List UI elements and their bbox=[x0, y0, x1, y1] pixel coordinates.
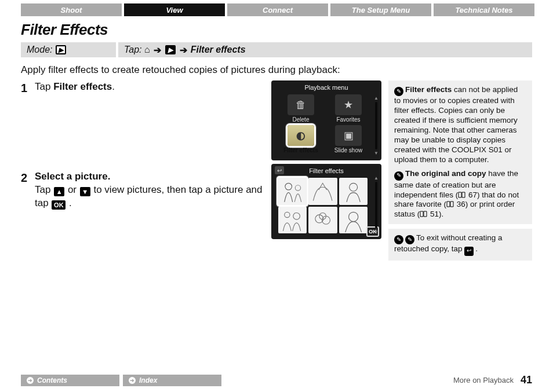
page-title: Filter Effects bbox=[21, 21, 532, 39]
ok-icon: OK bbox=[52, 200, 66, 210]
back-icon: ↩ bbox=[464, 247, 474, 256]
step-number: 1 bbox=[21, 80, 31, 96]
step-head-bold: Filter effects bbox=[53, 81, 112, 92]
screenshot-title: Playback menu bbox=[274, 84, 379, 91]
tab-shoot[interactable]: Shoot bbox=[21, 3, 122, 16]
thumbnail bbox=[308, 207, 337, 234]
arrow-circle-icon: ➜ bbox=[129, 377, 136, 384]
playback-menu-icon: ▶ bbox=[165, 45, 176, 54]
scroll-down-icon: ▼ bbox=[374, 229, 379, 235]
step-2: 2 Select a picture. Tap ▲ or ▼ to view p… bbox=[21, 170, 264, 210]
menu-item-filter-effects: ◐ Filter effects bbox=[278, 125, 323, 153]
tab-technical-notes[interactable]: Technical Notes bbox=[434, 3, 534, 16]
note-box: ✎✎To exit without creating a retouched c… bbox=[388, 229, 532, 261]
svg-rect-13 bbox=[340, 207, 367, 234]
chapter-name: More on Playback bbox=[453, 376, 514, 384]
thumbnail bbox=[339, 207, 368, 234]
slideshow-icon: ▣ bbox=[335, 125, 362, 146]
arrow-icon: ➔ bbox=[180, 45, 187, 56]
menu-item-label: Slide show bbox=[334, 147, 362, 153]
scroll-down-icon: ▼ bbox=[374, 151, 379, 156]
footer-link-label: Contents bbox=[37, 376, 67, 384]
step-text: Tap bbox=[35, 184, 53, 195]
pencil-icon: ✎ bbox=[394, 235, 403, 244]
mode-label: Mode: bbox=[27, 45, 52, 55]
intro-text: Apply filter effects to create retouched… bbox=[21, 64, 532, 76]
step-1: 1 Tap Filter effects. bbox=[21, 80, 264, 96]
step-head-suffix: . bbox=[112, 81, 115, 92]
down-icon: ▼ bbox=[80, 187, 90, 196]
svg-rect-3 bbox=[310, 178, 337, 205]
filter-icon: ◐ bbox=[288, 125, 314, 146]
thumbnail bbox=[339, 178, 368, 205]
page-number: 41 bbox=[521, 374, 532, 386]
menu-item-slide-show: ▣ Slide show bbox=[326, 125, 371, 153]
mode-bar: Mode: ▶ bbox=[21, 42, 116, 57]
arrow-circle-icon: ➜ bbox=[27, 377, 34, 384]
star-icon: ★ bbox=[335, 94, 362, 115]
pencil-icon: ✎ bbox=[405, 235, 414, 244]
tab-setup-menu[interactable]: The Setup Menu bbox=[330, 3, 431, 16]
note-box: ✎Filter effects can not be applied to mo… bbox=[388, 80, 532, 224]
scroll-up-icon: ▲ bbox=[374, 175, 379, 181]
screenshot-title: Filter effects bbox=[274, 167, 379, 174]
back-icon: ↩ bbox=[275, 166, 284, 174]
scrollbar: ▲ ▼ bbox=[374, 175, 378, 235]
step-number: 2 bbox=[21, 170, 31, 210]
thumbnail bbox=[278, 207, 307, 234]
footer-link-contents[interactable]: ➜ Contents bbox=[21, 375, 119, 386]
menu-item-label: Delete bbox=[293, 116, 310, 123]
tab-view[interactable]: View bbox=[124, 3, 225, 16]
pencil-icon: ✎ bbox=[394, 87, 403, 96]
step-head-prefix: Tap bbox=[35, 81, 53, 92]
trash-icon: 🗑 bbox=[288, 94, 314, 115]
top-tabs: Shoot View Connect The Setup Menu Techni… bbox=[21, 0, 532, 16]
scrollbar: ▲ ▼ bbox=[374, 96, 378, 156]
arrow-icon: ➔ bbox=[154, 45, 161, 56]
tap-path-bar: Tap: ⌂ ➔ ▶ ➔ Filter effects bbox=[118, 42, 532, 57]
footer-link-label: Index bbox=[139, 376, 157, 384]
playback-mode-icon: ▶ bbox=[56, 45, 66, 54]
svg-rect-9 bbox=[310, 207, 337, 234]
footer-link-index[interactable]: ➜ Index bbox=[123, 375, 221, 386]
tab-connect[interactable]: Connect bbox=[227, 3, 328, 16]
home-icon: ⌂ bbox=[144, 45, 150, 55]
up-icon: ▲ bbox=[54, 187, 64, 196]
thumbnail-selected bbox=[278, 178, 307, 205]
menu-item-delete: 🗑 Delete bbox=[278, 94, 323, 123]
step-head-bold: Select a picture. bbox=[35, 170, 264, 184]
pencil-icon: ✎ bbox=[394, 171, 403, 181]
menu-item-label: Filter effects bbox=[283, 147, 318, 153]
thumbnail bbox=[308, 178, 337, 205]
screenshot-filter-effects: ↩ Filter effects bbox=[271, 164, 381, 239]
menu-item-label: Favorites bbox=[336, 116, 360, 123]
menu-item-favorites: ★ Favorites bbox=[326, 94, 371, 123]
screenshot-playback-menu: Playback menu 🗑 Delete ★ Favorites ◐ Fil… bbox=[271, 80, 381, 160]
scroll-up-icon: ▲ bbox=[374, 96, 379, 101]
step-text: . bbox=[69, 197, 72, 208]
tap-label: Tap: bbox=[124, 45, 142, 55]
step-text: or bbox=[68, 184, 79, 195]
tap-target: Filter effects bbox=[191, 45, 246, 55]
